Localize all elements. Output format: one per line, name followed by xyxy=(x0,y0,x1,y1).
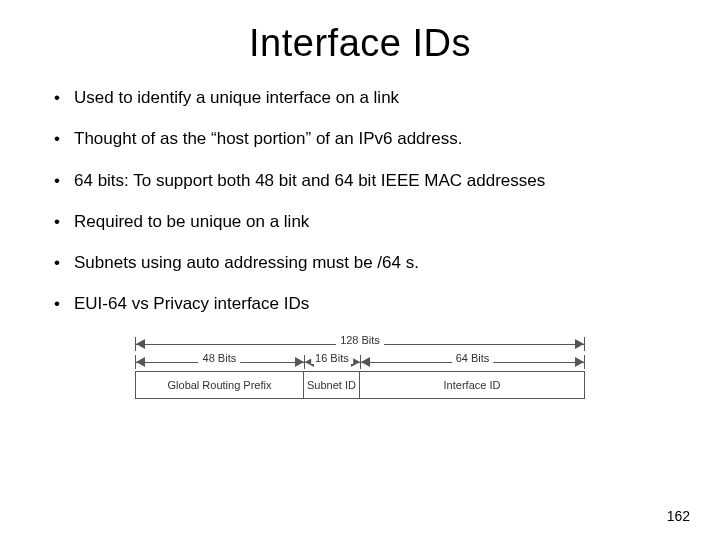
dim-seg-label: 48 Bits xyxy=(199,352,241,364)
dim-total: 128 Bits xyxy=(135,335,585,353)
bullet-item: Subnets using auto addressing must be /6… xyxy=(50,252,670,273)
bullet-item: EUI-64 vs Privacy interface IDs xyxy=(50,293,670,314)
block-global-routing-prefix: Global Routing Prefix xyxy=(136,372,304,398)
page-number: 162 xyxy=(667,508,690,524)
bullet-item: Required to be unique on a link xyxy=(50,211,670,232)
dim-total-label: 128 Bits xyxy=(336,334,384,346)
slide-title: Interface IDs xyxy=(50,22,670,65)
bullet-item: 64 bits: To support both 48 bit and 64 b… xyxy=(50,170,670,191)
block-interface-id: Interface ID xyxy=(360,372,584,398)
slide: Interface IDs Used to identify a unique … xyxy=(0,0,720,540)
block-subnet-id: Subnet ID xyxy=(304,372,360,398)
dim-segments: 48 Bits 16 Bits 64 Bits xyxy=(135,353,585,371)
address-diagram: 128 Bits 48 Bits 16 Bits 64 Bits xyxy=(50,335,670,399)
address-blocks: Global Routing Prefix Subnet ID Interfac… xyxy=(135,371,585,399)
bullet-item: Used to identify a unique interface on a… xyxy=(50,87,670,108)
bullet-list: Used to identify a unique interface on a… xyxy=(50,87,670,315)
bullet-item: Thought of as the “host portion” of an I… xyxy=(50,128,670,149)
dim-seg-label: 64 Bits xyxy=(452,352,494,364)
dim-seg-label: 16 Bits xyxy=(311,352,353,364)
